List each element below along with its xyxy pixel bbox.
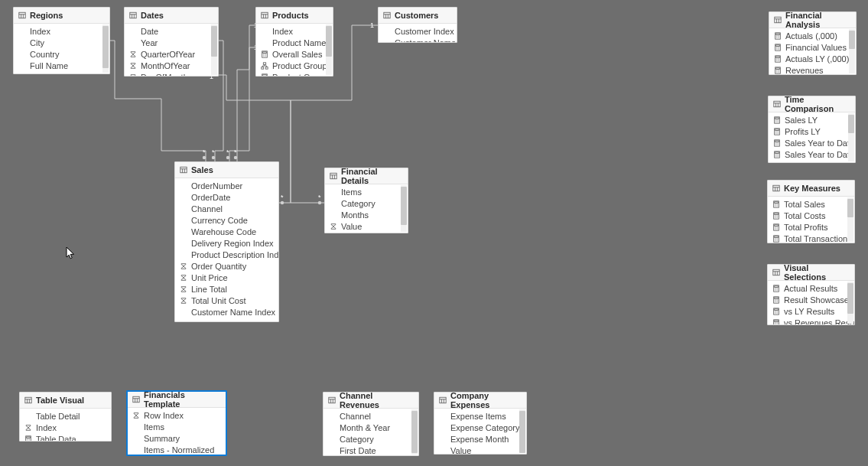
table-comp_exp[interactable]: Company ExpensesExpense ItemsExpense Cat… — [434, 392, 527, 455]
field-row[interactable]: Months — [325, 209, 408, 220]
table-header[interactable]: Dates — [125, 8, 218, 24]
field-row[interactable]: Warehouse Code — [175, 226, 278, 237]
field-row[interactable]: Expense Items — [434, 410, 526, 422]
scrollbar[interactable] — [102, 24, 109, 73]
scrollbar-thumb[interactable] — [326, 26, 332, 57]
table-sales[interactable]: SalesOrderNumberOrderDateChannelCurrency… — [174, 161, 279, 322]
table-header[interactable]: Financials Template — [128, 392, 226, 408]
scrollbar[interactable] — [519, 409, 525, 453]
table-fin_analysis[interactable]: Financial AnalysisActuals (,000)Financia… — [769, 11, 857, 75]
field-row[interactable]: Product Name — [256, 37, 333, 48]
field-row[interactable]: Full Name — [14, 60, 109, 71]
field-row[interactable]: Row Index — [128, 409, 226, 421]
field-row[interactable]: Value — [434, 445, 526, 454]
table-header[interactable]: Time Comparison — [769, 96, 855, 112]
table-header[interactable]: Sales — [175, 162, 278, 178]
field-row[interactable]: Month & Year — [323, 422, 418, 433]
field-row[interactable]: Overall Sales — [256, 48, 333, 60]
field-row[interactable]: Order Quantity — [175, 260, 278, 272]
field-row[interactable]: vs Revenues Results (%) — [768, 317, 854, 324]
table-regions[interactable]: RegionsIndexCityCountryFull NameTerritor… — [13, 7, 110, 74]
field-row[interactable]: DayOfMonth — [125, 71, 218, 76]
field-row[interactable]: Items — [325, 186, 408, 197]
field-row[interactable]: vs LY Results — [768, 305, 854, 317]
field-row[interactable]: Channel — [323, 410, 418, 422]
field-row[interactable]: Year — [125, 37, 218, 48]
field-row[interactable]: Table Detail — [20, 410, 111, 422]
table-header[interactable]: Company Expenses — [434, 393, 526, 409]
table-table_visual[interactable]: Table VisualTable DetailIndexTable Data — [19, 392, 112, 442]
scrollbar-thumb[interactable] — [847, 199, 853, 217]
field-row[interactable]: Sales Year to Date LY — [769, 148, 855, 160]
scrollbar[interactable] — [849, 29, 855, 73]
field-row[interactable]: Product Description Index — [175, 249, 278, 260]
field-row[interactable]: Total Costs — [768, 210, 854, 221]
field-row[interactable]: Territory — [14, 71, 109, 73]
table-header[interactable]: Channel Revenues — [323, 393, 418, 409]
scrollbar-thumb[interactable] — [401, 187, 407, 225]
field-row[interactable]: Sales LY — [769, 114, 855, 125]
field-row[interactable]: Revenues — [769, 64, 856, 74]
field-row[interactable]: Category — [325, 197, 408, 209]
table-header[interactable]: Customers — [379, 8, 457, 24]
table-header[interactable]: Products — [256, 8, 333, 24]
field-row[interactable]: Date — [125, 25, 218, 37]
field-row[interactable]: Expense Month — [434, 433, 526, 445]
field-row[interactable]: Result Showcased — [768, 294, 854, 305]
field-row[interactable]: Value — [325, 220, 408, 232]
field-row[interactable]: Unit Price — [175, 272, 278, 283]
field-row[interactable]: Expense Category — [434, 422, 526, 433]
scrollbar[interactable] — [326, 24, 332, 75]
field-row[interactable]: Total Transactions — [768, 233, 854, 243]
field-row[interactable]: City — [14, 37, 109, 48]
scrollbar[interactable] — [211, 24, 217, 75]
field-row[interactable]: OrderNumber — [175, 180, 278, 191]
field-row[interactable]: Customer Name Index — [175, 306, 278, 318]
scrollbar[interactable] — [847, 197, 853, 242]
field-row[interactable]: QuarterOfYear — [125, 48, 218, 60]
scrollbar-thumb[interactable] — [848, 115, 854, 133]
scrollbar[interactable] — [848, 113, 854, 161]
field-row[interactable]: First Date — [323, 445, 418, 455]
field-row[interactable]: Line Total — [175, 283, 278, 295]
field-row[interactable]: Category — [323, 433, 418, 445]
table-header[interactable]: Visual Selections — [768, 265, 854, 281]
field-row[interactable]: Country — [14, 48, 109, 60]
field-row[interactable]: Delivery Region Index — [175, 237, 278, 249]
table-chan_rev[interactable]: Channel RevenuesChannelMonth & YearCateg… — [323, 392, 419, 456]
scrollbar[interactable] — [411, 409, 418, 455]
field-row[interactable]: Product Groups — [256, 60, 333, 71]
field-row[interactable]: Profits LY — [769, 125, 855, 137]
field-row[interactable]: Table Data — [20, 433, 111, 441]
scrollbar-thumb[interactable] — [411, 411, 418, 453]
table-time_comp[interactable]: Time ComparisonSales LYProfits LYSales Y… — [768, 96, 856, 163]
scrollbar[interactable] — [401, 185, 407, 232]
scrollbar-thumb[interactable] — [847, 283, 853, 314]
table-fin_template[interactable]: Financials TemplateRow IndexItemsSummary… — [126, 390, 227, 456]
field-row[interactable]: Total Sales — [768, 198, 854, 210]
table-key_measures[interactable]: Key MeasuresTotal SalesTotal CostsTotal … — [767, 180, 855, 243]
field-row[interactable]: Total Profits — [768, 221, 854, 233]
table-dates[interactable]: DatesDateYearQuarterOfYearMonthOfYearDay… — [124, 7, 219, 77]
field-row[interactable]: Customer Index — [379, 25, 457, 37]
field-row[interactable]: Actuals LY (,000) — [769, 53, 856, 64]
scrollbar[interactable] — [847, 282, 853, 324]
field-row[interactable]: Financial Values — [769, 41, 856, 53]
field-row[interactable]: Currency Code — [175, 214, 278, 226]
table-header[interactable]: Table Visual — [20, 393, 111, 409]
table-header[interactable]: Key Measures — [768, 181, 854, 197]
field-row[interactable]: Index — [256, 25, 333, 37]
field-row[interactable]: Index — [20, 422, 111, 433]
field-row[interactable]: Items — [128, 421, 226, 432]
field-row[interactable]: MonthOfYear — [125, 60, 218, 71]
table-products[interactable]: ProductsIndexProduct NameOverall SalesPr… — [255, 7, 333, 77]
table-header[interactable]: Regions — [14, 8, 109, 24]
table-vis_sel[interactable]: Visual SelectionsActual ResultsResult Sh… — [767, 264, 855, 325]
field-row[interactable]: Items - Normalized — [128, 444, 226, 455]
scrollbar-thumb[interactable] — [102, 26, 109, 68]
field-row[interactable]: Index — [14, 25, 109, 37]
table-header[interactable]: Financial Details — [325, 168, 408, 184]
field-row[interactable]: Actual Results — [768, 282, 854, 294]
field-row[interactable]: Product Groups Ind — [256, 71, 333, 76]
field-row[interactable]: OrderDate — [175, 191, 278, 203]
